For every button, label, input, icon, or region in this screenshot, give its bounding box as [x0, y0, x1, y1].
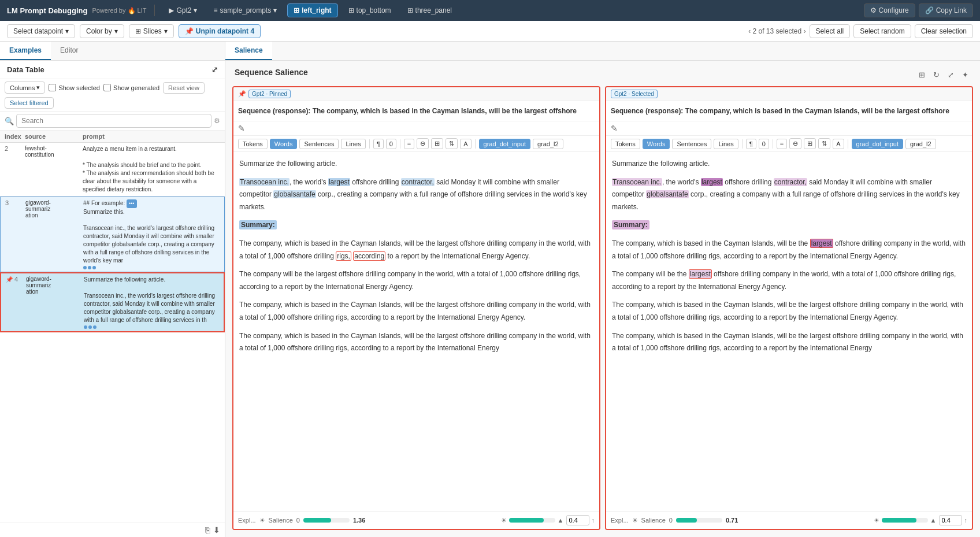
temp-input-selected[interactable] — [939, 515, 962, 525]
table-row[interactable]: 2 fewshot-constitution Analyze a menu it… — [0, 143, 225, 197]
edit-icon-pinned[interactable]: ✎ — [233, 121, 599, 136]
table-row[interactable]: 📌4 gigaword-summarization Summarize the … — [0, 272, 225, 332]
grad-dot-input-btn-sel[interactable]: grad_dot_input — [852, 139, 903, 149]
arrow-up-icon: ▲ — [558, 517, 564, 524]
equals-icon[interactable]: = — [777, 139, 787, 149]
upload-icon-sel[interactable]: ↑ — [964, 517, 968, 524]
instruction-section-sel: Summarize the following article. — [612, 158, 966, 171]
nav-tab-gpt2[interactable]: ▶ Gpt2 ▾ — [163, 4, 203, 17]
tab-editor[interactable]: Editor — [51, 42, 87, 60]
row-index: 2 — [5, 145, 25, 152]
grid-icon[interactable]: ⊞ — [916, 69, 927, 80]
salience-bar-container-sel — [676, 518, 722, 523]
right-panel-icons: ⊞ ↻ ⤢ ✦ — [916, 69, 971, 80]
row-prompt: ## For example: ••• Summarize this. Tran… — [83, 199, 220, 269]
minus-circle-icon[interactable]: ⊖ — [417, 138, 429, 149]
salience-panel-selected-header: Gpt2 · Selected — [606, 87, 972, 101]
edit-icon-selected[interactable]: ✎ — [606, 121, 972, 136]
unpin-datapoint-button[interactable]: 📌 Unpin datapoint 4 — [179, 24, 261, 38]
show-generated-checkbox[interactable]: Show generated — [103, 84, 159, 91]
grad-l2-btn-sel[interactable]: grad_l2 — [905, 139, 936, 149]
grid-icon[interactable]: ⊞ — [431, 138, 443, 149]
sparkle-icon[interactable]: ✦ — [960, 69, 971, 80]
salience-content-pinned: Summarize the following article. Transoc… — [233, 152, 599, 511]
words-btn-pinned[interactable]: Words — [270, 139, 298, 149]
clear-selection-button[interactable]: Clear selection — [915, 24, 973, 38]
copy-link-button[interactable]: 🔗 Copy Link — [919, 3, 973, 17]
largest-boxed: largest — [810, 239, 833, 248]
tokens-btn-selected[interactable]: Tokens — [611, 139, 640, 149]
sequence-response-selected: Sequence (response): The company, which … — [606, 101, 972, 121]
badge: ••• — [127, 199, 136, 208]
minus-circle-icon[interactable]: ⊖ — [789, 138, 801, 149]
salience-bar — [303, 518, 331, 523]
text-icon[interactable]: A — [833, 139, 844, 149]
instruction-section: Summarize the following article. — [239, 158, 593, 171]
table-row[interactable]: 3 gigaword-summarization ## For example:… — [0, 197, 225, 272]
row-dots — [83, 266, 220, 269]
contractor-highlight-sel: contractor, — [774, 178, 807, 186]
salience-footer-pinned: Expl... ☀ Salience 0 1.36 ☀ — [233, 511, 599, 529]
nav-tab-sample-prompts[interactable]: ≡ sample_prompts ▾ — [207, 4, 283, 17]
grid-icon[interactable]: ⊞ — [804, 138, 816, 149]
zero-icon[interactable]: 0 — [759, 139, 769, 149]
download-icon[interactable]: ⬇ — [213, 525, 220, 535]
token-controls-pinned: Tokens Words Sentences Lines ¶ 0 = ⊖ ⊞ ⇅… — [233, 136, 599, 152]
paragraph-icon[interactable]: ¶ — [373, 139, 384, 149]
nav-tab-left-right[interactable]: ⊞ left_right — [287, 3, 337, 17]
nav-tab-three-panel[interactable]: ⊞ three_panel — [402, 4, 458, 17]
select-datapoint-button[interactable]: Select datapoint ▾ — [7, 24, 75, 38]
zero-icon[interactable]: 0 — [386, 139, 396, 149]
text-icon[interactable]: A — [460, 139, 471, 149]
refresh-icon[interactable]: ↻ — [931, 69, 942, 80]
pin-icon: 📌 — [6, 276, 13, 283]
separator — [475, 139, 476, 149]
paragraph-icon[interactable]: ¶ — [746, 139, 756, 149]
chevron-down-icon: ▾ — [164, 27, 168, 35]
search-input[interactable] — [16, 114, 211, 128]
expand-icon[interactable]: ⤢ — [945, 69, 956, 80]
right-panel-tabs: Salience — [225, 42, 980, 61]
body-para1-sel: The company, which is based in the Cayma… — [612, 238, 966, 262]
slices-button[interactable]: ⊞ Slices ▾ — [129, 24, 174, 38]
equals-icon[interactable]: = — [404, 139, 414, 149]
columns-button[interactable]: Columns ▾ — [5, 82, 45, 94]
tab-examples[interactable]: Examples — [0, 42, 51, 60]
upload-icon[interactable]: ↑ — [592, 517, 595, 524]
selected-label: Gpt2 · Selected — [611, 90, 658, 98]
temp-input-pinned[interactable] — [566, 515, 589, 525]
temp-bar-sel — [882, 518, 916, 523]
select-random-button[interactable]: Select random — [853, 24, 911, 38]
lines-btn-pinned[interactable]: Lines — [341, 139, 365, 149]
color-by-button[interactable]: Color by ▾ — [80, 24, 124, 38]
reset-view-button[interactable]: Reset view — [163, 82, 205, 94]
tokens-btn-pinned[interactable]: Tokens — [238, 139, 268, 149]
show-selected-checkbox[interactable]: Show selected — [49, 84, 100, 91]
layout-icon: ⊞ — [294, 6, 299, 14]
expand-icon[interactable]: ⤢ — [211, 65, 218, 74]
summary-label-sel: Summary: — [612, 220, 649, 229]
nav-tab-top-bottom[interactable]: ⊞ top_bottom — [343, 4, 397, 17]
arrows-icon[interactable]: ⇅ — [818, 138, 830, 149]
sentences-btn-pinned[interactable]: Sentences — [299, 139, 339, 149]
grad-l2-btn[interactable]: grad_l2 — [533, 139, 563, 149]
right-panel: Salience Sequence Salience ⊞ ↻ ⤢ ✦ 📌 Gpt… — [225, 42, 980, 537]
table-controls: Columns ▾ Show selected Show generated R… — [0, 79, 225, 112]
select-all-button[interactable]: Select all — [810, 24, 851, 38]
salience-bar-sel — [676, 518, 697, 523]
salience-panel-pinned: 📌 Gpt2 · Pinned Sequence (response): The… — [232, 86, 600, 530]
select-filtered-button[interactable]: Select filtered — [5, 97, 54, 109]
copy-icon[interactable]: ⎘ — [205, 525, 210, 535]
sun-icon-sel: ☀ — [632, 517, 638, 524]
configure-button[interactable]: ⚙ Configure — [864, 3, 915, 17]
settings-icon[interactable]: ⚙ — [214, 117, 220, 125]
lines-btn-selected[interactable]: Lines — [714, 139, 738, 149]
layout-icon: ⊞ — [348, 6, 354, 14]
grad-dot-input-btn[interactable]: grad_dot_input — [479, 139, 530, 149]
row-prompt: Summarize the following article. Transoc… — [84, 276, 219, 329]
tab-salience[interactable]: Salience — [225, 42, 272, 60]
arrows-icon[interactable]: ⇅ — [446, 138, 458, 149]
words-btn-selected[interactable]: Words — [643, 139, 670, 149]
sentences-btn-selected[interactable]: Sentences — [672, 139, 711, 149]
data-table-header: Data Table ⤢ — [0, 61, 225, 79]
